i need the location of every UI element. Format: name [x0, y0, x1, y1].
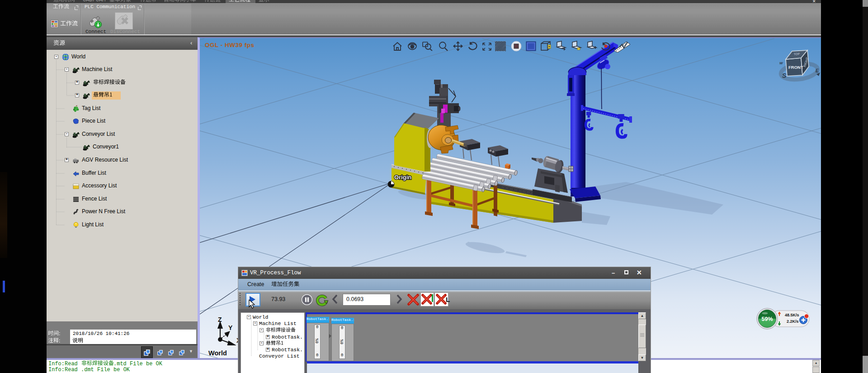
svg-text:Z: Z — [218, 316, 222, 323]
svg-text:59%: 59% — [761, 316, 773, 322]
svg-text:TOP: TOP — [793, 52, 800, 56]
svg-text:48.5K/s: 48.5K/s — [785, 313, 799, 317]
svg-text:Origin: Origin — [394, 174, 411, 181]
svg-text:S: S — [782, 72, 787, 79]
svg-text:World: World — [208, 349, 227, 357]
svg-text:E: E — [816, 68, 819, 73]
svg-text:FRONT: FRONT — [788, 65, 803, 70]
svg-text:W: W — [779, 61, 783, 65]
svg-text:Y: Y — [228, 324, 233, 331]
svg-text:2.2K/s: 2.2K/s — [787, 319, 799, 324]
